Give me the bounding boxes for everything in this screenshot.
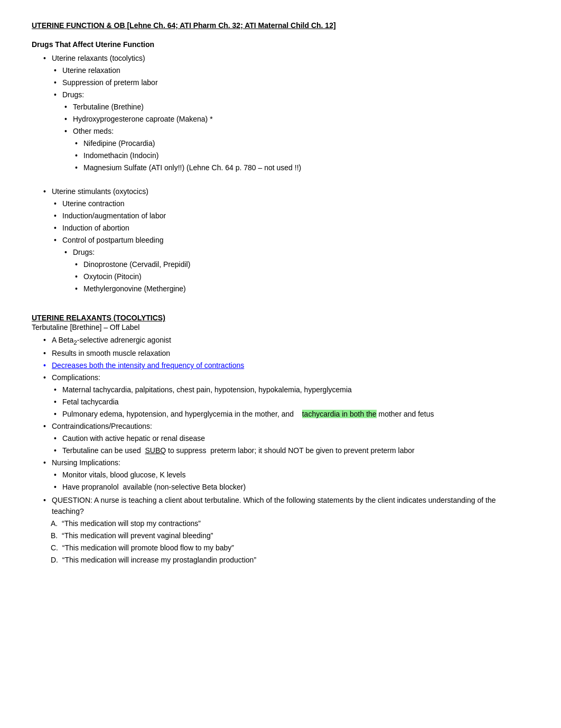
item-question: QUESTION: A nurse is teaching a client a…: [42, 495, 529, 517]
item-pulmonary-edema: Pulmonary edema, hypotension, and hyperg…: [53, 409, 529, 420]
item-complications-label: Complications:: [42, 372, 529, 383]
item-beta2-agonist: A Beta2-selective adrenergic agonist: [42, 335, 529, 347]
item-nifedipine: Nifedipine (Procardia): [74, 138, 529, 149]
item-induction-augmentation: Induction/augmentation of labor: [53, 210, 529, 222]
item-uterine-relaxation: Uterine relaxation: [53, 65, 529, 76]
item-suppression-preterm: Suppression of preterm labor: [53, 77, 529, 88]
item-smooth-muscle: Results in smooth muscle relaxation: [42, 348, 529, 359]
answer-b: B. “This medication will prevent vaginal…: [32, 530, 529, 541]
section1-content: Uterine relaxants (tocolytics) Uterine r…: [32, 53, 529, 294]
item-drugs-oxytocics: Drugs:: [63, 247, 529, 258]
section1-heading: Drugs That Affect Uterine Function: [32, 40, 529, 49]
page-title: UTERINE FUNCTION & OB [Lehne Ch. 64; ATI…: [32, 21, 529, 30]
item-indomethacin: Indomethacin (Indocin): [74, 150, 529, 161]
item-propranolol: Have propranolol available (non-selectiv…: [53, 482, 529, 493]
item-maternal-tachycardia: Maternal tachycardia, palpitations, ches…: [53, 384, 529, 395]
item-dinoprostone: Dinoprostone (Cervadil, Prepidil): [74, 259, 529, 270]
item-fetal-tachycardia: Fetal tachycardia: [53, 397, 529, 408]
item-caution-hepatic: Caution with active hepatic or renal dis…: [53, 433, 529, 444]
item-monitor-vitals: Monitor vitals, blood glucose, K levels: [53, 469, 529, 481]
item-control-postpartum: Control of postpartum bleeding: [53, 235, 529, 246]
section2: UTERINE RELAXANTS (TOCOLYTICS) Terbutali…: [32, 314, 529, 566]
item-uterine-relaxants: Uterine relaxants (tocolytics): [42, 53, 529, 64]
item-uterine-stimulants: Uterine stimulants (oxytocics): [42, 186, 529, 197]
item-magnesium: Magnesium Sulfate (ATI only!!) (Lehne Ch…: [74, 162, 529, 173]
item-contraindications-label: Contraindications/Precautions:: [42, 421, 529, 432]
answer-c: C. “This medication will promote blood f…: [32, 542, 529, 554]
answer-a: A. “This medication will stop my contrac…: [32, 518, 529, 529]
answer-d: D. “This medication will increase my pro…: [32, 555, 529, 566]
item-nursing-implications: Nursing Implications:: [42, 457, 529, 468]
section2-subheading: Terbutaline [Brethine] – Off Label: [32, 323, 529, 331]
item-oxytocin: Oxytocin (Pitocin): [74, 271, 529, 282]
item-uterine-contraction: Uterine contraction: [53, 198, 529, 209]
item-terbutaline-subq: Terbutaline can be used SUBQ to suppress…: [53, 445, 529, 456]
item-decreases-contractions: Decreases both the intensity and frequen…: [42, 360, 529, 371]
item-induction-abortion: Induction of abortion: [53, 223, 529, 234]
item-drugs-label: Drugs:: [53, 89, 529, 100]
item-other-meds: Other meds:: [63, 126, 529, 137]
item-hydroxyprogesterone: Hydroxyprogesterone caproate (Makena) *: [63, 114, 529, 125]
section2-heading: UTERINE RELAXANTS (TOCOLYTICS): [32, 314, 529, 322]
item-terbutaline: Terbutaline (Brethine): [63, 102, 529, 113]
item-methylergonovine: Methylergonovine (Methergine): [74, 283, 529, 294]
